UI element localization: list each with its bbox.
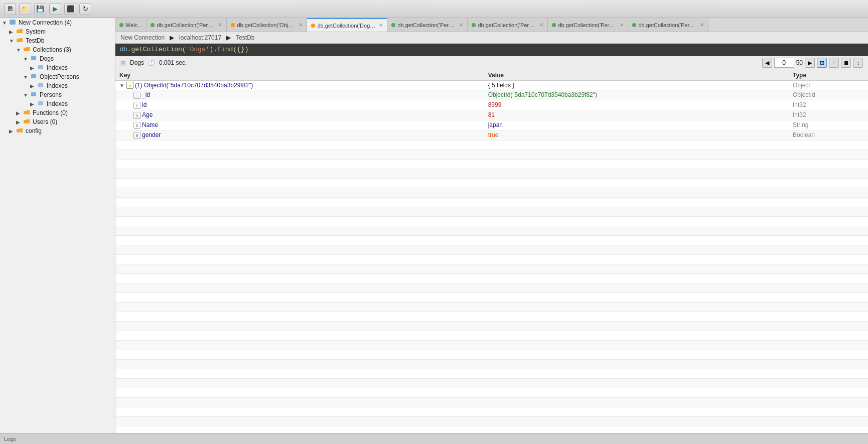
empty-row (115, 283, 868, 293)
tab-dot-getPersons4 (552, 23, 556, 27)
tab-getPersons3[interactable]: db.getCollection('Persons').fin...✕ (468, 18, 548, 32)
table-row[interactable]: ▼○(1) ObjectId("5da710c707d3540ba3b29f82… (115, 81, 868, 90)
tree-view-button[interactable]: ≡ (829, 58, 839, 68)
tab-close-getObjectPersons[interactable]: ✕ (299, 22, 303, 28)
data-table: Key Value Type ▼○(1) ObjectId("5da710c70… (115, 70, 868, 433)
page-current-input[interactable] (774, 58, 794, 68)
sidebar-item-system[interactable]: ▶System (0, 27, 115, 36)
sidebar-label-persons-indexes: Indexes (47, 100, 68, 107)
sidebar-item-collections[interactable]: ▼Collections (3) (0, 45, 115, 54)
result-time: 0.001 sec. (159, 59, 187, 66)
tree-arrow-objectpersons: ▼ (23, 74, 30, 80)
table-row[interactable]: BgendertrueBoolean (115, 130, 868, 140)
refresh-button[interactable]: ↻ (79, 3, 91, 15)
sidebar-item-dogs-indexes[interactable]: ▶Indexes (0, 63, 115, 72)
grid-view-button[interactable]: ⊞ (817, 58, 827, 68)
tree-arrow-collections: ▼ (16, 47, 23, 53)
child-row-value: ObjectId("5da710c707d3540ba3b29f82") (484, 90, 789, 100)
toolbar: 🖹 📁 💾 ▶ ⬛ ↻ (0, 0, 868, 18)
tab-getPersons5[interactable]: db.getCollection('Persons').fin...✕ (628, 18, 708, 32)
child-row-type: Boolean (789, 130, 868, 140)
table-row[interactable]: #id8999Int32 (115, 100, 868, 110)
sidebar-item-objectpersons[interactable]: ▼ObjectPersons (0, 72, 115, 81)
tab-close-getPersons3[interactable]: ✕ (539, 22, 543, 28)
child-row-value: true (484, 130, 789, 140)
tab-getDogs[interactable]: db.getCollection('Dogs').fin...✕ (307, 18, 387, 32)
sidebar-item-persons[interactable]: ▼Persons (0, 90, 115, 99)
tree-arrow-functions: ▶ (16, 110, 23, 116)
table-row[interactable]: =_idObjectId("5da710c707d3540ba3b29f82")… (115, 90, 868, 100)
field-icon: S (133, 122, 140, 129)
empty-row (115, 312, 868, 322)
more-options-button[interactable]: ⋮ (853, 58, 863, 68)
empty-row (115, 236, 868, 245)
new-button[interactable]: 🖹 (4, 3, 16, 15)
tree-icon-indexes (37, 100, 45, 107)
svg-rect-6 (38, 101, 43, 105)
empty-row (115, 331, 868, 341)
prev-page-button[interactable]: ◀ (762, 58, 772, 68)
tree-arrow-objectpersons-indexes: ▶ (30, 83, 37, 89)
tree-icon-folder (23, 118, 31, 125)
row-key: ▼○(1) ObjectId("5da710c707d3540ba3b29f82… (115, 81, 484, 90)
field-icon: # (133, 102, 140, 109)
text-view-button[interactable]: ≣ (841, 58, 851, 68)
empty-row (115, 369, 868, 379)
tab-welcome[interactable]: Welc... (115, 18, 147, 32)
sidebar-item-dogs[interactable]: ▼Dogs (0, 54, 115, 63)
tree-icon-collection (30, 73, 38, 80)
empty-row (115, 160, 868, 169)
tab-dot-welcome (119, 23, 123, 27)
tab-getObjectPersons[interactable]: db.getCollection('ObjectPersons').fi...✕ (227, 18, 307, 32)
row-type: Object (789, 81, 868, 90)
child-row-key: Bgender (115, 130, 484, 140)
tree-icon-folder (16, 37, 24, 44)
sidebar-item-new-connection[interactable]: ▼New Connection (4) (0, 18, 115, 27)
tab-getPersons4[interactable]: db.getCollection('Persons').fin...✕ (548, 18, 628, 32)
key-text: id (142, 101, 147, 108)
tab-close-getPersons1[interactable]: ✕ (218, 22, 222, 28)
empty-row (115, 322, 868, 331)
next-page-button[interactable]: ▶ (805, 58, 815, 68)
tree-arrow-testdb: ▼ (9, 38, 16, 44)
tab-close-getPersons2[interactable]: ✕ (459, 22, 463, 28)
sidebar-item-objectpersons-indexes[interactable]: ▶Indexes (0, 81, 115, 90)
save-button[interactable]: 💾 (34, 3, 46, 15)
sidebar-item-persons-indexes[interactable]: ▶Indexes (0, 99, 115, 108)
tree-arrow-persons: ▼ (23, 92, 30, 98)
tree-arrow-persons-indexes: ▶ (30, 101, 37, 107)
object-icon: ○ (126, 82, 133, 89)
table-row[interactable]: SNamejapanString (115, 120, 868, 130)
empty-row (115, 207, 868, 217)
query-text[interactable]: db.getCollection('Dogs').find({}) (119, 46, 248, 53)
sidebar-item-users[interactable]: ▶Users (0) (0, 117, 115, 126)
result-collection-name: Dogs (130, 59, 144, 66)
expand-arrow[interactable]: ▼ (119, 83, 124, 88)
tree-arrow-new-connection: ▼ (2, 20, 9, 26)
result-header: ⊞ Dogs 🕐 0.001 sec. ◀ 50 ▶ ⊞ ≡ ≣ ⋮ (115, 56, 868, 70)
empty-row (115, 169, 868, 179)
tab-dot-getPersons5 (632, 23, 636, 27)
sidebar-item-testdb[interactable]: ▼TestDb (0, 36, 115, 45)
run-button[interactable]: ▶ (49, 3, 61, 15)
tab-close-getDogs[interactable]: ✕ (379, 23, 383, 28)
child-row-type: String (789, 120, 868, 130)
sidebar-label-dogs: Dogs (40, 55, 54, 62)
empty-row (115, 140, 868, 150)
tab-getPersons2[interactable]: db.getCollection('Persons').fin...✕ (387, 18, 468, 32)
sidebar-item-functions[interactable]: ▶Functions (0) (0, 108, 115, 117)
tab-close-getPersons5[interactable]: ✕ (700, 22, 704, 28)
sidebar: ▼New Connection (4)▶System▼TestDb▼Collec… (0, 18, 115, 433)
empty-row (115, 150, 868, 160)
tab-getPersons1[interactable]: db.getCollection('Persons').fin...✕ (147, 18, 227, 32)
clock-icon: 🕐 (148, 60, 155, 66)
tab-dot-getObjectPersons (231, 23, 235, 27)
sidebar-item-config[interactable]: ▶config (0, 126, 115, 135)
field-icon: = (133, 92, 140, 99)
stop-button[interactable]: ⬛ (64, 3, 76, 15)
child-row-type: Int32 (789, 110, 868, 120)
tree-icon-indexes (37, 64, 45, 71)
open-button[interactable]: 📁 (19, 3, 31, 15)
tab-close-getPersons4[interactable]: ✕ (620, 22, 624, 28)
table-row[interactable]: #Age81Int32 (115, 110, 868, 120)
